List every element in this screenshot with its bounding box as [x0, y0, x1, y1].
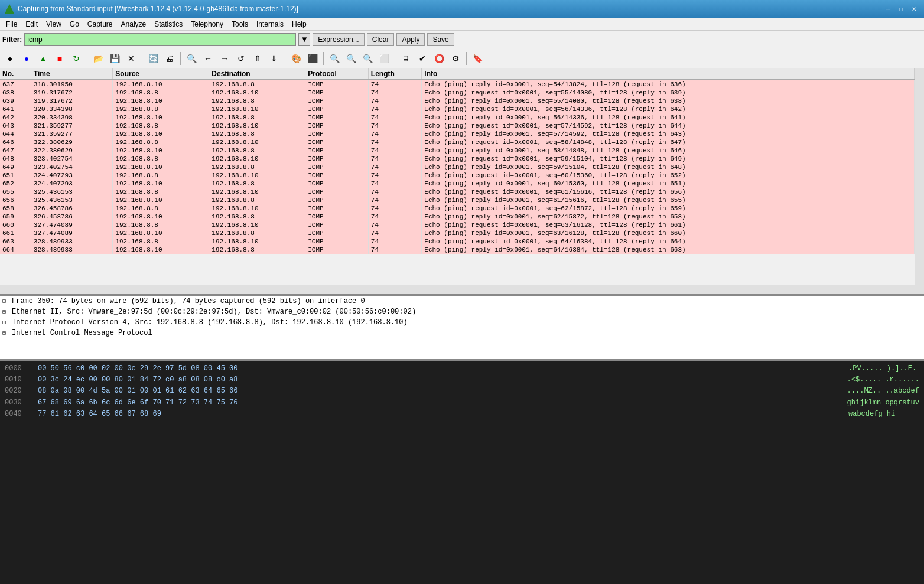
hex-row-4: 004077 61 62 63 64 65 66 67 68 69wabcdef…: [5, 409, 919, 420]
table-row[interactable]: 637318.301950192.168.8.10192.168.8.8ICMP…: [0, 80, 915, 89]
menu-item-help[interactable]: Help: [288, 19, 310, 30]
col-protocol[interactable]: Protocol: [305, 68, 369, 80]
table-row[interactable]: 643321.359277192.168.8.8192.168.8.10ICMP…: [0, 122, 915, 130]
display-filter-btn[interactable]: ✔: [415, 51, 430, 66]
table-row[interactable]: 639319.317672192.168.8.10192.168.8.8ICMP…: [0, 97, 915, 105]
sep2: [142, 52, 142, 65]
zoom-in-btn[interactable]: 🔍: [327, 51, 342, 66]
title-bar-left: Capturing from Standard input [Wireshark…: [5, 4, 298, 14]
col-no[interactable]: No.: [0, 68, 31, 80]
save-button[interactable]: Save: [427, 33, 454, 46]
back-btn[interactable]: ←: [200, 51, 216, 66]
packet-hscrollbar[interactable]: [0, 285, 924, 294]
last-pkt-btn[interactable]: ⇓: [266, 51, 282, 66]
detail-text: Internet Control Message Protocol: [12, 329, 152, 337]
title-bar-controls[interactable]: ─ □ ✕: [883, 4, 919, 14]
maximize-button[interactable]: □: [896, 4, 906, 14]
expand-icon: ⊞: [2, 329, 9, 337]
filter-input[interactable]: [24, 33, 296, 46]
col-source[interactable]: Source: [113, 68, 209, 80]
colorize-btn[interactable]: 🎨: [288, 51, 304, 66]
detail-text: Frame 350: 74 bytes on wire (592 bits), …: [12, 297, 365, 305]
capture-stop2-btn[interactable]: ■: [52, 51, 67, 66]
expression-button[interactable]: Expression...: [313, 33, 364, 46]
close-file-btn[interactable]: ✕: [123, 51, 139, 66]
table-row[interactable]: 656325.436153192.168.8.10192.168.8.8ICMP…: [0, 196, 915, 204]
col-time[interactable]: Time: [31, 68, 113, 80]
menu-item-tools[interactable]: Tools: [228, 19, 252, 30]
zoom-out-btn[interactable]: 🔍: [343, 51, 359, 66]
menu-item-analyze[interactable]: Analyze: [118, 19, 150, 30]
col-destination[interactable]: Destination: [209, 68, 305, 80]
menu-item-capture[interactable]: Capture: [84, 19, 116, 30]
detail-pane: ⊞Frame 350: 74 bytes on wire (592 bits),…: [0, 296, 924, 361]
detail-row-3[interactable]: ⊞Internet Control Message Protocol: [0, 328, 924, 338]
detail-text: Ethernet II, Src: Vmware_2e:97:5d (00:0c…: [12, 308, 416, 316]
menu-item-edit[interactable]: Edit: [22, 19, 41, 30]
table-row[interactable]: 664328.489933192.168.8.10192.168.8.8ICMP…: [0, 246, 915, 254]
table-row[interactable]: 647322.380629192.168.8.10192.168.8.8ICMP…: [0, 146, 915, 155]
menu-item-telephony[interactable]: Telephony: [187, 19, 227, 30]
find-btn[interactable]: 🔍: [184, 51, 199, 66]
capture-restart2-btn[interactable]: ↻: [69, 51, 84, 66]
reload-btn[interactable]: 🔄: [145, 51, 161, 66]
menu-item-view[interactable]: View: [43, 19, 65, 30]
detail-row-2[interactable]: ⊞Internet Protocol Version 4, Src: 192.1…: [0, 317, 924, 328]
autoscroll-btn[interactable]: ⬛: [305, 51, 320, 66]
table-row[interactable]: 655325.436153192.168.8.8192.168.8.10ICMP…: [0, 188, 915, 196]
save-file-btn[interactable]: 💾: [107, 51, 122, 66]
menu-item-go[interactable]: Go: [66, 19, 83, 30]
hex-bytes: 67 68 69 6a 6b 6c 6d 6e 6f 70 71 72 73 7…: [38, 397, 838, 409]
app-icon: [5, 4, 14, 14]
hex-row-2: 002008 0a 08 00 4d 5a 00 01 00 01 61 62 …: [5, 386, 919, 397]
table-row[interactable]: 652324.407293192.168.8.10192.168.8.8ICMP…: [0, 180, 915, 188]
filter-dropdown-btn[interactable]: ▼: [298, 33, 310, 46]
resize-cols-btn[interactable]: ⬜: [376, 51, 392, 66]
table-row[interactable]: 659326.458786192.168.8.10192.168.8.8ICMP…: [0, 213, 915, 221]
capture-restart-btn[interactable]: ▲: [35, 51, 51, 66]
help-btn[interactable]: 🔖: [470, 51, 485, 66]
table-row[interactable]: 642320.334398192.168.8.10192.168.8.8ICMP…: [0, 113, 915, 122]
table-row[interactable]: 644321.359277192.168.8.10192.168.8.8ICMP…: [0, 130, 915, 138]
col-length[interactable]: Length: [368, 68, 422, 80]
table-row[interactable]: 660327.474089192.168.8.8192.168.8.10ICMP…: [0, 221, 915, 229]
go-pkt-btn[interactable]: ↺: [233, 51, 249, 66]
menu-item-file[interactable]: File: [2, 19, 21, 30]
zoom-normal-btn[interactable]: 🔍: [360, 51, 375, 66]
apply-button[interactable]: Apply: [396, 33, 425, 46]
detail-row-1[interactable]: ⊞Ethernet II, Src: Vmware_2e:97:5d (00:0…: [0, 306, 924, 317]
hex-offset: 0020: [5, 386, 28, 397]
prefs-btn[interactable]: ⚙: [448, 51, 463, 66]
hex-ascii: ....MZ.. ..abcdef: [847, 386, 919, 397]
expand-icon: ⊞: [2, 308, 9, 315]
minimize-button[interactable]: ─: [883, 4, 893, 14]
fwd-btn[interactable]: →: [217, 51, 232, 66]
table-row[interactable]: 658326.458786192.168.8.8192.168.8.10ICMP…: [0, 204, 915, 213]
expand-icon: ⊞: [2, 319, 9, 326]
hex-bytes: 08 0a 08 00 4d 5a 00 01 00 01 61 62 63 6…: [38, 386, 838, 397]
first-pkt-btn[interactable]: ⇑: [250, 51, 265, 66]
packet-list-scroll[interactable]: No. Time Source Destination Protocol Len…: [0, 68, 915, 285]
menu-bar: FileEditViewGoCaptureAnalyzeStatisticsTe…: [0, 18, 924, 31]
capture-stop-btn[interactable]: ●: [19, 51, 34, 66]
table-row[interactable]: 648323.402754192.168.8.8192.168.8.10ICMP…: [0, 155, 915, 163]
table-row[interactable]: 638319.317672192.168.8.8192.168.8.10ICMP…: [0, 89, 915, 97]
col-info[interactable]: Info: [422, 68, 915, 80]
table-row[interactable]: 661327.474089192.168.8.10192.168.8.8ICMP…: [0, 229, 915, 237]
table-row[interactable]: 649323.402754192.168.8.10192.168.8.8ICMP…: [0, 163, 915, 171]
open-btn[interactable]: 📂: [90, 51, 106, 66]
table-row[interactable]: 663328.489933192.168.8.8192.168.8.10ICMP…: [0, 237, 915, 246]
menu-item-statistics[interactable]: Statistics: [151, 19, 186, 30]
print-btn[interactable]: 🖨: [162, 51, 177, 66]
colorize2-btn[interactable]: ⭕: [431, 51, 447, 66]
packet-vscrollbar[interactable]: [915, 68, 924, 285]
detail-row-0[interactable]: ⊞Frame 350: 74 bytes on wire (592 bits),…: [0, 296, 924, 306]
table-row[interactable]: 646322.380629192.168.8.8192.168.8.10ICMP…: [0, 138, 915, 146]
clear-button[interactable]: Clear: [367, 33, 395, 46]
table-row[interactable]: 641320.334398192.168.8.8192.168.8.10ICMP…: [0, 105, 915, 113]
close-button[interactable]: ✕: [909, 4, 919, 14]
capture-start-btn[interactable]: ●: [2, 51, 18, 66]
capture-filter-btn[interactable]: 🖥: [398, 51, 414, 66]
table-row[interactable]: 651324.407293192.168.8.8192.168.8.10ICMP…: [0, 171, 915, 180]
menu-item-internals[interactable]: Internals: [253, 19, 287, 30]
